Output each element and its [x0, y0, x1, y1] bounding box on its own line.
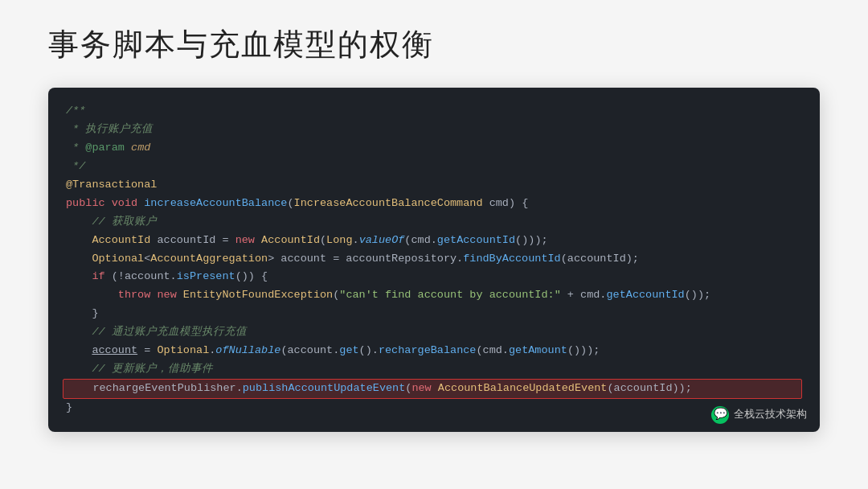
code-line-6: public void increaseAccountBalance(Incre…: [66, 195, 802, 213]
watermark-icon: 💬: [711, 406, 729, 424]
code-line-7: // 获取账户: [66, 213, 802, 232]
code-line-9: Optional<AccountAggregation> account = a…: [66, 250, 802, 269]
code-line-15: // 更新账户，借助事件: [66, 360, 802, 379]
code-line-5: @Transactional: [66, 176, 802, 195]
page-title: 事务脚本与充血模型的权衡: [48, 24, 434, 65]
code-line-1: /**: [66, 102, 802, 121]
watermark-text: 全栈云技术架构: [734, 406, 807, 424]
watermark-wechat-symbol: 💬: [714, 405, 727, 425]
code-line-17: }: [66, 399, 802, 417]
watermark: 💬 全栈云技术架构: [711, 406, 807, 424]
code-line-3: * @param cmd: [66, 139, 802, 158]
code-line-12: }: [66, 305, 802, 323]
code-line-2: * 执行账户充值: [66, 121, 802, 139]
code-line-14: account = Optional.ofNullable(account.ge…: [66, 342, 802, 360]
code-line-11: throw new EntityNotFoundException("can't…: [66, 286, 802, 305]
code-line-8: AccountId accountId = new AccountId(Long…: [66, 232, 802, 250]
code-block: /** * 执行账户充值 * @param cmd */ @Transactio…: [48, 88, 820, 432]
code-line-16: rechargeEventPublisher.publishAccountUpd…: [63, 379, 802, 399]
code-line-4: */: [66, 158, 802, 176]
code-line-10: if (!account.isPresent()) {: [66, 268, 802, 286]
code-line-13: // 通过账户充血模型执行充值: [66, 323, 802, 342]
